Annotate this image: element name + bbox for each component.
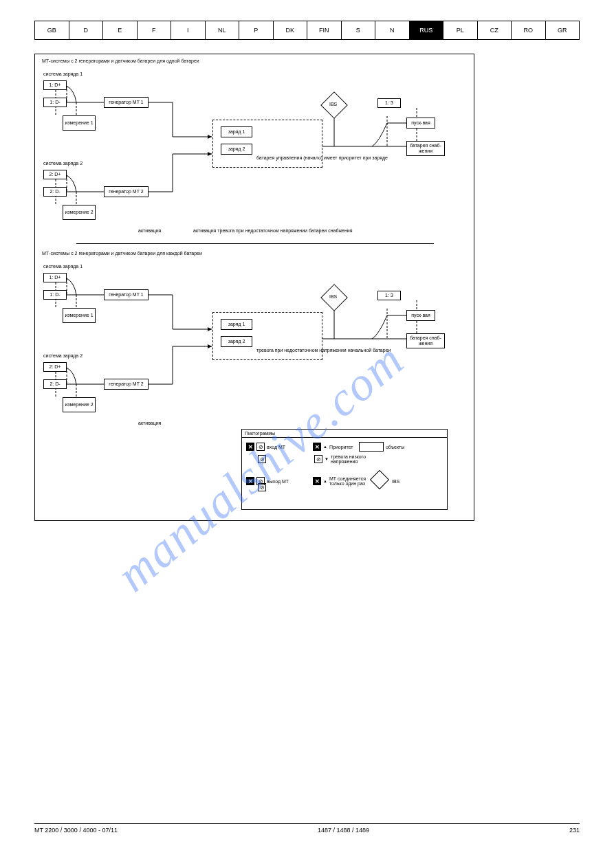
- page-footer: MT 2200 / 3000 / 4000 - 07/11 1487 / 148…: [34, 823, 580, 834]
- tab-n[interactable]: N: [375, 21, 410, 39]
- footer-product: MT 2200 / 3000 / 4000 - 07/11: [34, 827, 118, 834]
- group2-label-bot: система заряда 2: [43, 353, 83, 358]
- charge1-box-top: заряд 1: [221, 126, 252, 137]
- svg-marker-11: [208, 152, 212, 156]
- circle-alarm-icon: ⊘: [314, 455, 322, 463]
- tab-s[interactable]: S: [342, 21, 376, 39]
- x-pri-icon: ✕: [313, 443, 321, 451]
- tab-dk[interactable]: DK: [274, 21, 308, 39]
- tab-gb[interactable]: GB: [35, 21, 69, 39]
- supply-batt-top: батарея снаб-жения: [406, 141, 445, 156]
- x-in-icon: ✕: [246, 443, 254, 451]
- ibs-label-bot: IBS: [329, 294, 337, 299]
- circle-in-icon: ⊘: [256, 443, 265, 451]
- priority-text-bot: тревога при недостаточном напряжении нач…: [256, 348, 391, 353]
- gen2-dplus-b: 2: D+: [43, 362, 67, 372]
- legend-objects: объекты: [386, 445, 404, 449]
- language-tabs: GB D E F I NL P DK FIN S N RUS PL CZ RO …: [34, 21, 580, 40]
- gen1-measure: измерение 1: [63, 115, 96, 131]
- section-title-bot: МТ-системы с 2 генераторами и датчиком б…: [42, 251, 202, 256]
- legend-order: Приоритет: [329, 445, 357, 449]
- tab-p[interactable]: P: [239, 21, 274, 39]
- start-box-bot: пуск-вая: [406, 310, 435, 321]
- divider-note-1: активация: [138, 228, 161, 233]
- start-box-top: пуск-вая: [406, 118, 435, 129]
- tab-e[interactable]: E: [103, 21, 138, 39]
- group1-label-top: система заряда 1: [43, 71, 83, 76]
- group1-label-bot: система заряда 1: [43, 264, 83, 269]
- charge2-box-top: заряд 2: [221, 144, 252, 155]
- tab-nl[interactable]: NL: [206, 21, 240, 39]
- gen1-dplus-b: 1: D+: [43, 273, 67, 282]
- gen1-measure-b: измерение 1: [63, 308, 96, 323]
- tab-gr[interactable]: GR: [546, 21, 580, 39]
- object-box-icon: [359, 442, 384, 452]
- gen1-dplus: 1: D+: [43, 80, 67, 90]
- gen-mt2: генератор MT 2: [104, 186, 149, 197]
- gen2-dplus: 2: D+: [43, 170, 67, 179]
- tab-rus[interactable]: RUS: [410, 21, 444, 39]
- diagram-frame: МТ-системы с 2 генераторами и датчиком б…: [34, 54, 474, 521]
- tab-f[interactable]: F: [138, 21, 172, 39]
- legend-in-label: вход МТ: [267, 445, 308, 449]
- section-title-top: МТ-системы с 2 генераторами и датчиком б…: [42, 58, 199, 63]
- gen2-measure: измерение 2: [63, 205, 96, 220]
- gen2-dminus: 2: D-: [43, 187, 67, 197]
- legend-alarm: тревога низкого напряжения: [331, 454, 379, 464]
- circle-bot-icon: ⊘: [258, 483, 266, 491]
- ibs-label-top: IBS: [329, 102, 337, 107]
- gen2-measure-b: измерение 2: [63, 397, 96, 412]
- legend-panel: Пиктограммы ✕ ⊘ вход МТ ✕ ▲ Приоритет об…: [241, 429, 448, 510]
- gen-mt1-b: генератор MT 1: [104, 289, 149, 300]
- group2-label-top: система заряда 2: [43, 161, 83, 166]
- gen-mt2-b: генератор MT 2: [104, 379, 149, 390]
- tab-pl[interactable]: PL: [443, 21, 478, 39]
- priority-text-top: батарея управления (начало) имеет приори…: [256, 155, 388, 160]
- tab-fin[interactable]: FIN: [307, 21, 342, 39]
- activation-bot: активация: [138, 421, 161, 425]
- gen1-dminus: 1: D-: [43, 98, 67, 107]
- footer-ref: 1487 / 1488 / 1489: [318, 827, 369, 834]
- tab-cz[interactable]: CZ: [478, 21, 512, 39]
- svg-marker-30: [208, 344, 212, 348]
- charge1-short-top: 1: З: [377, 98, 401, 108]
- tab-i[interactable]: I: [171, 21, 206, 39]
- tab-ro[interactable]: RO: [512, 21, 546, 39]
- circle-mid-icon: ⊘: [258, 455, 266, 463]
- charge1-box-bot: заряд 1: [221, 319, 252, 330]
- legend-title: Пиктограммы: [242, 430, 447, 438]
- divider-note-2: активация тревога при недостаточном напр…: [193, 228, 353, 233]
- supply-batt-bot: батарея снаб-жения: [406, 333, 445, 348]
- footer-page: 231: [569, 827, 580, 834]
- gen2-dminus-b: 2: D-: [43, 379, 67, 389]
- gen-mt1: генератор MT 1: [104, 97, 149, 108]
- svg-marker-24: [208, 327, 212, 331]
- gen1-dminus-b: 1: D-: [43, 290, 67, 300]
- charge1-short-bot: 1: З: [377, 291, 401, 300]
- charge2-box-bot: заряд 2: [221, 336, 252, 347]
- tab-d[interactable]: D: [69, 21, 104, 39]
- section-divider: [76, 243, 434, 244]
- svg-marker-5: [208, 135, 212, 139]
